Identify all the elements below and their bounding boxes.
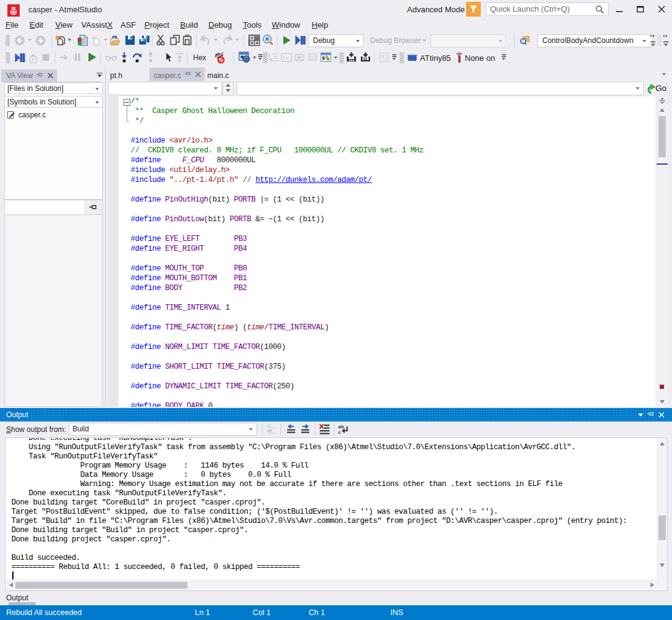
svg-text:ab: ab [338,424,344,430]
svg-text:c: c [338,430,341,435]
svg-text:0X: 0X [283,55,289,61]
